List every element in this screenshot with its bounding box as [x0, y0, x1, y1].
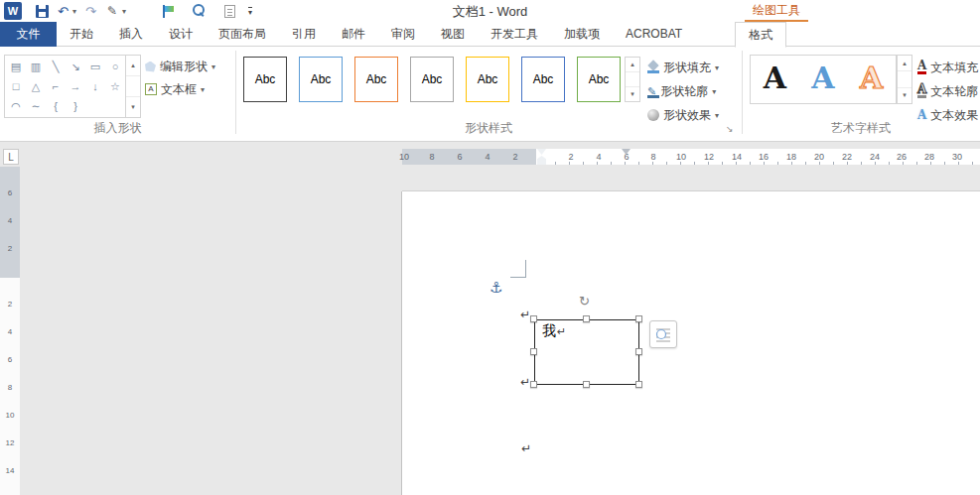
text-box-button[interactable]: A 文本框 ▾ — [145, 79, 205, 99]
text-fill-button[interactable]: A 文本填充 ▾ — [917, 58, 980, 77]
addin-search-button[interactable] — [193, 2, 207, 20]
shape-textbox-v-icon[interactable]: ▥ — [26, 57, 46, 76]
tab-acrobat[interactable]: ACROBAT — [613, 22, 695, 47]
resize-handle-sw[interactable] — [530, 381, 537, 388]
chevron-down-icon: ▾ — [248, 7, 252, 16]
tab-insert[interactable]: 插入 — [106, 22, 156, 47]
scroll-up-button[interactable]: ▴ — [626, 58, 639, 72]
text-box-icon: A — [145, 83, 157, 95]
tab-review[interactable]: 审阅 — [378, 22, 428, 47]
shape-arc-icon[interactable]: ◠ — [6, 96, 26, 116]
vertical-ruler[interactable]: 6 4 2 2 4 6 8 10 12 14 — [0, 167, 20, 495]
tab-stop-selector[interactable]: L — [3, 149, 19, 165]
shape-star-icon[interactable]: ☆ — [105, 76, 125, 96]
shape-oval-icon[interactable]: ○ — [105, 57, 125, 76]
tab-format-active[interactable]: 格式 — [735, 22, 786, 48]
tab-design[interactable]: 设计 — [156, 22, 206, 47]
pencil-icon: ✎ — [647, 86, 656, 96]
save-icon — [36, 5, 49, 18]
wordart-style-option[interactable]: A — [799, 56, 848, 103]
shape-down-arrow-icon[interactable]: ↓ — [85, 76, 105, 96]
ruler-number: 16 — [758, 152, 770, 162]
shape-style-option[interactable]: Abc — [410, 57, 454, 102]
insert-shapes-gallery: ▤ ▥ ╲ ↘ ▭ ○ □ △ ⌐ → ↓ ☆ ◠ ∼ { } ▴ ▾ — [4, 55, 141, 118]
tab-page-layout[interactable]: 页面布局 — [206, 22, 279, 47]
qat-customize-button[interactable]: ▾ — [248, 2, 252, 20]
resize-handle-ne[interactable] — [635, 315, 642, 322]
window-title: 文档1 - Word — [453, 3, 528, 21]
anchor-icon[interactable]: ⚓ — [490, 279, 502, 297]
shape-arrow-line-icon[interactable]: ↘ — [66, 57, 85, 76]
save-button[interactable] — [36, 2, 49, 20]
tab-home[interactable]: 开始 — [57, 22, 106, 47]
shape-fill-button[interactable]: 形状填充 ▾ — [647, 58, 719, 77]
pen-dropdown-icon[interactable]: ▾ — [122, 2, 126, 20]
resize-handle-s[interactable] — [583, 381, 590, 388]
shape-elbow-icon[interactable]: ⌐ — [46, 76, 66, 96]
resize-handle-w[interactable] — [530, 348, 537, 355]
resize-handle-nw[interactable] — [530, 315, 537, 322]
undo-button[interactable]: ↶ — [58, 2, 69, 20]
rotation-handle[interactable]: ↻ — [579, 294, 590, 309]
shape-outline-button[interactable]: ✎ 形状轮廓 ▾ — [647, 81, 716, 101]
contextual-tab-group-label: 绘图工具 — [745, 0, 808, 22]
wordart-style-option[interactable]: A — [751, 56, 799, 103]
shape-style-option[interactable]: Abc — [466, 57, 509, 102]
gallery-more-button[interactable]: ▾ — [126, 97, 140, 117]
magnifier-icon — [193, 4, 207, 18]
word-window: W ↶ ▾ ↷ ✎ ▾ ▾ 文档1 - Word 绘图工具 文件 开始 插入 设… — [0, 0, 980, 495]
new-document-button[interactable] — [224, 2, 235, 20]
shape-style-option[interactable]: Abc — [521, 57, 565, 102]
resize-handle-se[interactable] — [635, 381, 642, 388]
scroll-up-button[interactable]: ▴ — [126, 56, 140, 76]
shape-line-icon[interactable]: ╲ — [46, 57, 66, 76]
chevron-down-icon: ▾ — [715, 111, 719, 120]
pen-mode-button[interactable]: ✎ — [107, 2, 117, 20]
redo-button[interactable]: ↷ — [85, 2, 96, 20]
ribbon-tab-bar: 文件 开始 插入 设计 页面布局 引用 邮件 审阅 视图 开发工具 加载项 AC… — [0, 22, 980, 47]
word-logo-icon[interactable]: W — [4, 2, 22, 20]
ruler-number: 20 — [813, 152, 825, 162]
resize-handle-n[interactable] — [583, 315, 590, 322]
flag-icon — [163, 5, 174, 18]
text-outline-button[interactable]: A 文本轮廓 ▾ — [917, 81, 980, 101]
addin-flag-button[interactable] — [163, 2, 174, 20]
shape-triangle-icon[interactable]: △ — [26, 76, 46, 96]
tab-file[interactable]: 文件 — [0, 22, 57, 47]
shape-style-option[interactable]: Abc — [577, 57, 621, 102]
document-page[interactable]: ⚓ ↵ ↵ ↵ ↻ 我↵ — [402, 191, 980, 495]
tab-view[interactable]: 视图 — [428, 22, 478, 47]
scroll-down-button[interactable] — [126, 76, 140, 97]
undo-dropdown-icon[interactable]: ▾ — [72, 2, 76, 20]
ruler-ticks — [542, 162, 980, 165]
tab-references[interactable]: 引用 — [279, 22, 329, 47]
edit-shape-button[interactable]: 编辑形状 ▾ — [145, 57, 215, 76]
shape-brace-left-icon[interactable]: { — [46, 96, 66, 116]
dialog-launcher-icon[interactable]: ↘ — [726, 124, 734, 134]
shape-textbox-h-icon[interactable]: ▤ — [6, 57, 26, 76]
resize-handle-e[interactable] — [635, 348, 642, 355]
chevron-down-icon: ▾ — [211, 62, 215, 71]
scroll-down-button[interactable] — [898, 71, 911, 87]
tab-developer[interactable]: 开发工具 — [478, 22, 551, 47]
ruler-number: 22 — [841, 152, 853, 162]
shape-brace-right-icon[interactable]: } — [66, 96, 85, 116]
gallery-more-button[interactable]: ▾ — [626, 87, 639, 101]
tab-mailings[interactable]: 邮件 — [329, 22, 378, 47]
shape-right-arrow-icon[interactable]: → — [66, 76, 85, 96]
gallery-more-button[interactable]: ▾ — [898, 88, 911, 103]
tab-addins[interactable]: 加载项 — [551, 22, 613, 47]
shape-style-option[interactable]: Abc — [299, 57, 343, 102]
shape-square-icon[interactable]: □ — [6, 76, 26, 96]
layout-options-button[interactable] — [649, 320, 677, 348]
shape-style-option[interactable]: Abc — [354, 57, 398, 102]
selected-textbox[interactable]: 我↵ — [534, 319, 639, 385]
wordart-style-option[interactable]: A — [847, 56, 896, 103]
ruler-number: 14 — [731, 152, 743, 162]
group-label-wordart-styles: 艺术字样式 — [742, 120, 980, 137]
shape-style-option[interactable]: Abc — [243, 57, 287, 102]
scroll-up-button[interactable]: ▴ — [898, 56, 911, 71]
scroll-down-button[interactable] — [626, 72, 639, 87]
shape-curve-icon[interactable]: ∼ — [26, 96, 46, 116]
shape-rectangle-icon[interactable]: ▭ — [85, 57, 105, 76]
